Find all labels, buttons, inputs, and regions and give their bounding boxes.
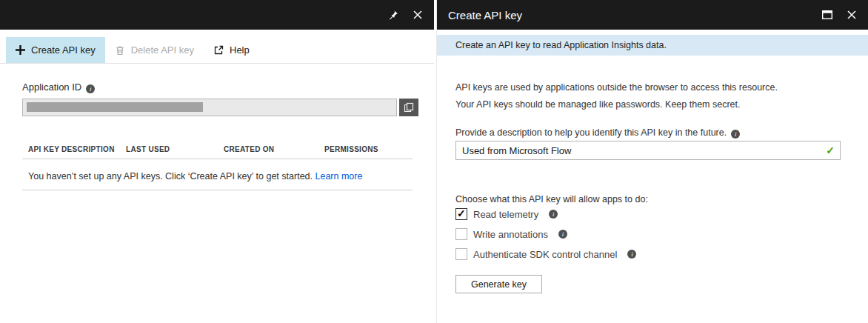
close-icon[interactable] xyxy=(847,10,856,19)
write-annotations-label: Write annotations xyxy=(473,229,548,240)
right-header-icons xyxy=(822,10,868,19)
delete-api-key-label: Delete API key xyxy=(131,44,194,56)
delete-api-key-command[interactable]: Delete API key xyxy=(105,37,204,63)
empty-state-row: You haven’t set up any API keys. Click ‘… xyxy=(28,171,362,182)
left-header-icons xyxy=(387,10,434,21)
create-api-key-command[interactable]: Create API key xyxy=(6,37,105,63)
help-label: Help xyxy=(230,44,250,56)
write-annotations-row: Write annotations xyxy=(455,227,567,241)
table-header-divider xyxy=(22,159,413,159)
permissions-label: Choose what this API key will allow apps… xyxy=(455,194,648,204)
write-annotations-checkbox[interactable] xyxy=(455,228,467,240)
col-last-used: LAST USED xyxy=(126,145,170,153)
command-bar: Create API key Delete API key Help xyxy=(0,37,434,64)
application-id-label: Application ID xyxy=(22,81,81,93)
blade-title: Create API key xyxy=(437,9,522,21)
generate-key-button[interactable]: Generate key xyxy=(455,275,542,293)
authenticate-sdk-checkbox[interactable] xyxy=(455,248,467,260)
info-icon xyxy=(627,250,636,259)
col-description: API KEY DESCRIPTION xyxy=(28,145,115,153)
info-banner-text: Create an API key to read Application In… xyxy=(455,40,667,50)
authenticate-sdk-row: Authenticate SDK control channel xyxy=(455,247,636,261)
trash-icon xyxy=(115,45,125,56)
learn-more-link[interactable]: Learn more xyxy=(316,171,363,182)
help-command[interactable]: Help xyxy=(204,37,259,63)
external-link-icon xyxy=(213,45,224,56)
intro-line-2: Your API keys should be managed like pas… xyxy=(455,99,740,110)
read-telemetry-checkbox[interactable] xyxy=(455,208,467,220)
maximize-icon[interactable] xyxy=(822,10,832,19)
pin-icon[interactable] xyxy=(387,10,398,21)
col-created-on: CREATED ON xyxy=(224,145,274,153)
description-label: Provide a description to help you identi… xyxy=(455,127,727,138)
valid-check-icon: ✓ xyxy=(823,141,838,160)
empty-state-text: You haven’t set up any API keys. Click ‘… xyxy=(28,171,313,182)
table-row-divider xyxy=(22,190,413,190)
api-keys-blade: Create API key Delete API key Help Appli… xyxy=(0,0,434,323)
description-input[interactable] xyxy=(455,141,841,160)
read-telemetry-label: Read telemetry xyxy=(473,209,538,220)
generate-key-label: Generate key xyxy=(471,279,527,290)
col-permissions: PERMISSIONS xyxy=(324,145,378,153)
copy-button[interactable] xyxy=(399,99,418,116)
info-icon xyxy=(558,230,567,239)
azure-portal: Create API key Delete API key Help Appli… xyxy=(0,0,868,323)
left-blade-header xyxy=(0,0,434,30)
application-id-field[interactable] xyxy=(22,99,397,116)
authenticate-sdk-label: Authenticate SDK control channel xyxy=(473,249,617,260)
right-blade-header: Create API key xyxy=(437,0,868,30)
read-telemetry-row: Read telemetry xyxy=(455,207,558,221)
info-icon xyxy=(731,130,740,139)
description-label-row: Provide a description to help you identi… xyxy=(455,127,740,139)
application-id-label-row: Application ID xyxy=(22,81,95,93)
info-banner: Create an API key to read Application In… xyxy=(437,35,868,56)
info-icon xyxy=(86,84,95,93)
redacted-value xyxy=(27,102,203,112)
intro-line-1: API keys are used by applications outsid… xyxy=(455,82,778,93)
create-api-key-blade: Create API key Create an API key to read… xyxy=(436,0,868,323)
info-icon xyxy=(549,210,558,219)
close-icon[interactable] xyxy=(413,10,422,19)
plus-icon xyxy=(16,45,25,55)
create-api-key-label: Create API key xyxy=(31,44,96,56)
